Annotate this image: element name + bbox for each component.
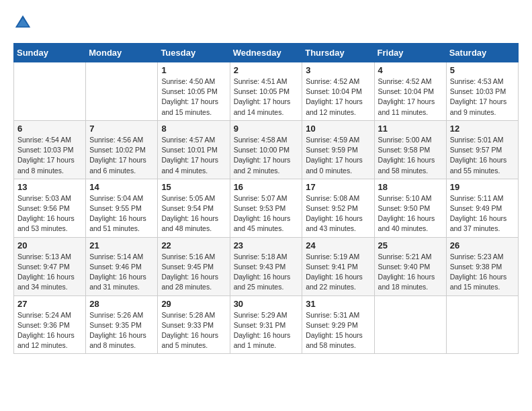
page-header — [13, 13, 519, 32]
day-number: 20 — [17, 240, 82, 250]
week-row-4: 20Sunrise: 5:13 AM Sunset: 9:47 PM Dayli… — [14, 237, 519, 295]
day-detail: Sunrise: 5:24 AM Sunset: 9:36 PM Dayligh… — [17, 310, 82, 351]
day-detail: Sunrise: 4:57 AM Sunset: 10:01 PM Daylig… — [161, 135, 226, 176]
calendar-cell: 15Sunrise: 5:05 AM Sunset: 9:54 PM Dayli… — [158, 179, 230, 237]
day-detail: Sunrise: 5:26 AM Sunset: 9:35 PM Dayligh… — [89, 310, 154, 351]
day-number: 27 — [17, 299, 82, 309]
day-number: 8 — [161, 124, 226, 134]
week-row-3: 13Sunrise: 5:03 AM Sunset: 9:56 PM Dayli… — [14, 179, 519, 237]
calendar-cell — [374, 295, 446, 354]
weekday-header-saturday: Saturday — [446, 44, 518, 62]
day-number: 25 — [378, 240, 443, 250]
day-detail: Sunrise: 5:08 AM Sunset: 9:52 PM Dayligh… — [306, 193, 370, 234]
day-number: 21 — [89, 240, 154, 250]
weekday-header-friday: Friday — [374, 44, 446, 62]
calendar-cell: 13Sunrise: 5:03 AM Sunset: 9:56 PM Dayli… — [14, 179, 86, 237]
calendar-cell: 3Sunrise: 4:52 AM Sunset: 10:04 PM Dayli… — [302, 62, 374, 121]
day-number: 12 — [450, 124, 515, 134]
day-number: 11 — [378, 124, 443, 134]
weekday-header-tuesday: Tuesday — [158, 44, 230, 62]
day-detail: Sunrise: 5:31 AM Sunset: 9:29 PM Dayligh… — [306, 310, 370, 351]
calendar-cell: 22Sunrise: 5:16 AM Sunset: 9:45 PM Dayli… — [158, 237, 230, 295]
weekday-header-sunday: Sunday — [14, 44, 86, 62]
calendar-cell: 23Sunrise: 5:18 AM Sunset: 9:43 PM Dayli… — [230, 237, 302, 295]
calendar-cell: 25Sunrise: 5:21 AM Sunset: 9:40 PM Dayli… — [374, 237, 446, 295]
calendar-cell — [446, 295, 518, 354]
day-number: 22 — [161, 240, 226, 250]
calendar-cell: 12Sunrise: 5:01 AM Sunset: 9:57 PM Dayli… — [446, 120, 518, 179]
calendar-cell: 9Sunrise: 4:58 AM Sunset: 10:00 PM Dayli… — [230, 120, 302, 179]
weekday-header-monday: Monday — [86, 44, 158, 62]
day-detail: Sunrise: 4:51 AM Sunset: 10:05 PM Daylig… — [234, 77, 299, 118]
calendar-cell — [14, 62, 86, 121]
day-detail: Sunrise: 5:03 AM Sunset: 9:56 PM Dayligh… — [17, 193, 82, 234]
calendar-cell: 31Sunrise: 5:31 AM Sunset: 9:29 PM Dayli… — [302, 295, 374, 354]
day-number: 5 — [450, 65, 515, 75]
day-number: 26 — [450, 240, 515, 250]
day-detail: Sunrise: 4:59 AM Sunset: 9:59 PM Dayligh… — [306, 135, 370, 176]
day-number: 4 — [378, 65, 443, 75]
day-number: 28 — [89, 299, 154, 309]
calendar-cell: 14Sunrise: 5:04 AM Sunset: 9:55 PM Dayli… — [86, 179, 158, 237]
calendar-table: SundayMondayTuesdayWednesdayThursdayFrid… — [13, 43, 519, 354]
day-detail: Sunrise: 5:21 AM Sunset: 9:40 PM Dayligh… — [378, 252, 443, 293]
day-detail: Sunrise: 4:58 AM Sunset: 10:00 PM Daylig… — [234, 135, 299, 176]
day-number: 16 — [234, 182, 299, 192]
week-row-1: 1Sunrise: 4:50 AM Sunset: 10:05 PM Dayli… — [14, 62, 519, 121]
calendar-cell: 19Sunrise: 5:11 AM Sunset: 9:49 PM Dayli… — [446, 179, 518, 237]
calendar-cell — [86, 62, 158, 121]
calendar-cell: 10Sunrise: 4:59 AM Sunset: 9:59 PM Dayli… — [302, 120, 374, 179]
day-number: 19 — [450, 182, 515, 192]
calendar-cell: 7Sunrise: 4:56 AM Sunset: 10:02 PM Dayli… — [86, 120, 158, 179]
day-number: 10 — [306, 124, 370, 134]
calendar-cell: 28Sunrise: 5:26 AM Sunset: 9:35 PM Dayli… — [86, 295, 158, 354]
calendar-cell: 4Sunrise: 4:52 AM Sunset: 10:04 PM Dayli… — [374, 62, 446, 121]
day-detail: Sunrise: 5:14 AM Sunset: 9:46 PM Dayligh… — [89, 252, 154, 293]
day-detail: Sunrise: 5:04 AM Sunset: 9:55 PM Dayligh… — [89, 193, 154, 234]
logo-icon — [13, 13, 32, 32]
day-detail: Sunrise: 5:01 AM Sunset: 9:57 PM Dayligh… — [450, 135, 515, 176]
day-detail: Sunrise: 5:29 AM Sunset: 9:31 PM Dayligh… — [234, 310, 299, 351]
day-number: 1 — [161, 65, 226, 75]
weekday-header-thursday: Thursday — [302, 44, 374, 62]
calendar-cell: 2Sunrise: 4:51 AM Sunset: 10:05 PM Dayli… — [230, 62, 302, 121]
day-number: 29 — [161, 299, 226, 309]
day-number: 18 — [378, 182, 443, 192]
day-detail: Sunrise: 5:16 AM Sunset: 9:45 PM Dayligh… — [161, 252, 226, 293]
weekday-header-wednesday: Wednesday — [230, 44, 302, 62]
week-row-5: 27Sunrise: 5:24 AM Sunset: 9:36 PM Dayli… — [14, 295, 519, 354]
day-number: 7 — [89, 124, 154, 134]
day-detail: Sunrise: 5:19 AM Sunset: 9:41 PM Dayligh… — [306, 252, 370, 293]
day-number: 23 — [234, 240, 299, 250]
day-number: 14 — [89, 182, 154, 192]
day-number: 2 — [234, 65, 299, 75]
day-number: 13 — [17, 182, 82, 192]
calendar-cell: 11Sunrise: 5:00 AM Sunset: 9:58 PM Dayli… — [374, 120, 446, 179]
day-number: 15 — [161, 182, 226, 192]
calendar-cell: 6Sunrise: 4:54 AM Sunset: 10:03 PM Dayli… — [14, 120, 86, 179]
week-row-2: 6Sunrise: 4:54 AM Sunset: 10:03 PM Dayli… — [14, 120, 519, 179]
day-number: 3 — [306, 65, 370, 75]
calendar-cell: 1Sunrise: 4:50 AM Sunset: 10:05 PM Dayli… — [158, 62, 230, 121]
day-number: 9 — [234, 124, 299, 134]
day-detail: Sunrise: 5:11 AM Sunset: 9:49 PM Dayligh… — [450, 193, 515, 234]
day-number: 17 — [306, 182, 370, 192]
calendar-cell: 8Sunrise: 4:57 AM Sunset: 10:01 PM Dayli… — [158, 120, 230, 179]
day-detail: Sunrise: 4:50 AM Sunset: 10:05 PM Daylig… — [161, 77, 226, 118]
calendar-cell: 26Sunrise: 5:23 AM Sunset: 9:38 PM Dayli… — [446, 237, 518, 295]
day-detail: Sunrise: 4:56 AM Sunset: 10:02 PM Daylig… — [89, 135, 154, 176]
calendar-cell: 27Sunrise: 5:24 AM Sunset: 9:36 PM Dayli… — [14, 295, 86, 354]
calendar-cell: 21Sunrise: 5:14 AM Sunset: 9:46 PM Dayli… — [86, 237, 158, 295]
day-detail: Sunrise: 4:53 AM Sunset: 10:03 PM Daylig… — [450, 77, 515, 118]
day-detail: Sunrise: 5:28 AM Sunset: 9:33 PM Dayligh… — [161, 310, 226, 351]
day-number: 30 — [234, 299, 299, 309]
day-detail: Sunrise: 4:54 AM Sunset: 10:03 PM Daylig… — [17, 135, 82, 176]
logo — [13, 13, 35, 32]
day-detail: Sunrise: 5:18 AM Sunset: 9:43 PM Dayligh… — [234, 252, 299, 293]
calendar-header: SundayMondayTuesdayWednesdayThursdayFrid… — [14, 44, 519, 62]
day-detail: Sunrise: 5:13 AM Sunset: 9:47 PM Dayligh… — [17, 252, 82, 293]
calendar-cell: 24Sunrise: 5:19 AM Sunset: 9:41 PM Dayli… — [302, 237, 374, 295]
weekday-row: SundayMondayTuesdayWednesdayThursdayFrid… — [14, 44, 519, 62]
day-detail: Sunrise: 5:23 AM Sunset: 9:38 PM Dayligh… — [450, 252, 515, 293]
day-number: 6 — [17, 124, 82, 134]
